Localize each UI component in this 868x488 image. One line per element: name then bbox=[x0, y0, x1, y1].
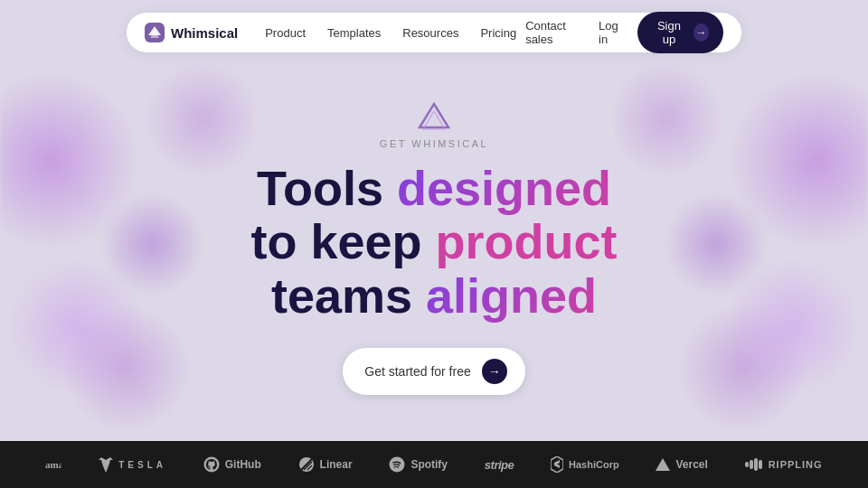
get-started-button[interactable]: Get started for free → bbox=[343, 348, 525, 395]
hero-badge: GET WHIMSICAL bbox=[380, 102, 488, 149]
nav-right: Contact sales Log in Sign up → bbox=[525, 12, 723, 53]
nav-pricing[interactable]: Pricing bbox=[471, 21, 525, 45]
contact-sales-link[interactable]: Contact sales bbox=[525, 19, 588, 46]
nav-resources[interactable]: Resources bbox=[393, 21, 467, 45]
github-icon bbox=[203, 456, 220, 473]
vercel-icon bbox=[656, 458, 670, 471]
nav-templates[interactable]: Templates bbox=[318, 21, 390, 45]
github-logo: GitHub bbox=[203, 456, 261, 473]
vercel-logo: Vercel bbox=[656, 458, 707, 471]
linear-icon bbox=[298, 456, 315, 473]
vercel-label: Vercel bbox=[675, 458, 707, 471]
amazon-icon: amazon bbox=[45, 456, 61, 473]
stripe-label: stripe bbox=[485, 458, 514, 472]
linear-logo: Linear bbox=[298, 456, 353, 473]
linear-label: Linear bbox=[320, 458, 353, 471]
rippling-icon bbox=[745, 458, 763, 471]
cta-arrow-icon: → bbox=[482, 359, 507, 384]
cta-label: Get started for free bbox=[364, 364, 471, 379]
signup-label: Sign up bbox=[652, 19, 686, 46]
login-link[interactable]: Log in bbox=[599, 19, 627, 46]
spotify-label: Spotify bbox=[410, 458, 448, 471]
hashicorp-label: HashiCorp bbox=[569, 459, 619, 470]
headline-designed: designed bbox=[397, 161, 611, 215]
signup-arrow-icon: → bbox=[693, 23, 709, 42]
signup-button[interactable]: Sign up → bbox=[637, 12, 723, 53]
hashicorp-icon bbox=[551, 456, 563, 473]
whimsical-logo-icon bbox=[145, 23, 165, 42]
svg-rect-11 bbox=[750, 460, 753, 469]
tesla-logo: TESLA bbox=[99, 456, 166, 473]
logo[interactable]: Whimsical bbox=[145, 23, 238, 42]
spotify-icon bbox=[389, 456, 405, 473]
hashicorp-logo: HashiCorp bbox=[551, 456, 619, 473]
logo-label: Whimsical bbox=[171, 25, 238, 41]
nav-left: Whimsical Product Templates Resources Pr… bbox=[145, 21, 525, 45]
tesla-label: TESLA bbox=[118, 460, 166, 470]
navbar: Whimsical Product Templates Resources Pr… bbox=[127, 13, 741, 52]
nav-product[interactable]: Product bbox=[256, 21, 315, 45]
svg-rect-10 bbox=[745, 462, 749, 467]
nav-links: Product Templates Resources Pricing bbox=[256, 21, 525, 45]
headline-tools: Tools bbox=[257, 161, 397, 215]
stripe-logo: stripe bbox=[485, 458, 514, 472]
hero-headline: Tools designed to keep product teams ali… bbox=[250, 162, 617, 323]
spotify-logo: Spotify bbox=[389, 456, 448, 473]
svg-marker-9 bbox=[656, 458, 670, 471]
rippling-logo: RIPPLING bbox=[745, 458, 823, 471]
github-label: GitHub bbox=[225, 458, 261, 471]
hero-section: GET WHIMSICAL Tools designed to keep pro… bbox=[0, 52, 868, 395]
svg-rect-13 bbox=[759, 460, 762, 469]
hero-logo-mark bbox=[416, 102, 452, 135]
headline-tokeep: to keep bbox=[250, 214, 435, 268]
logos-bar: amazon TESLA GitHub Linear bbox=[0, 441, 868, 488]
headline-product: product bbox=[436, 214, 618, 268]
amazon-logo: amazon bbox=[45, 456, 61, 473]
svg-text:amazon: amazon bbox=[45, 459, 61, 470]
badge-label: GET WHIMSICAL bbox=[380, 138, 488, 149]
svg-rect-12 bbox=[754, 458, 758, 471]
svg-marker-3 bbox=[420, 104, 448, 127]
headline-aligned: aligned bbox=[426, 268, 597, 323]
tesla-icon bbox=[99, 456, 113, 473]
rippling-label: RIPPLING bbox=[769, 459, 823, 470]
headline-teams: teams bbox=[271, 268, 426, 323]
